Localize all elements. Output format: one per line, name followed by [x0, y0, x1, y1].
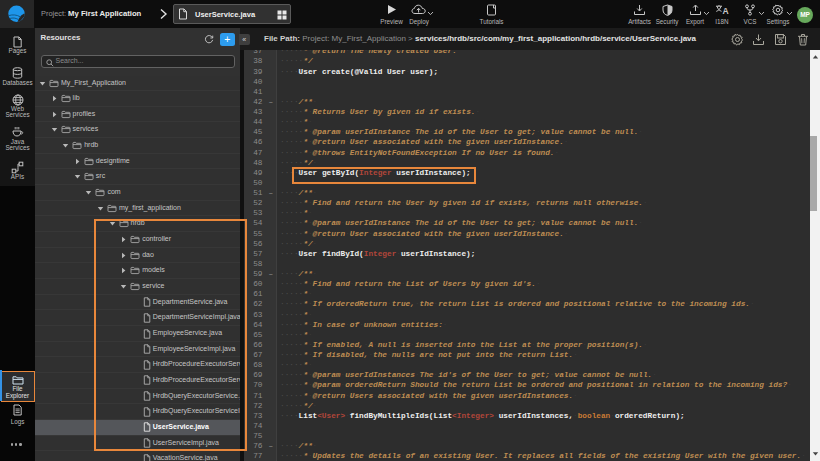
- svg-text:A: A: [723, 6, 729, 16]
